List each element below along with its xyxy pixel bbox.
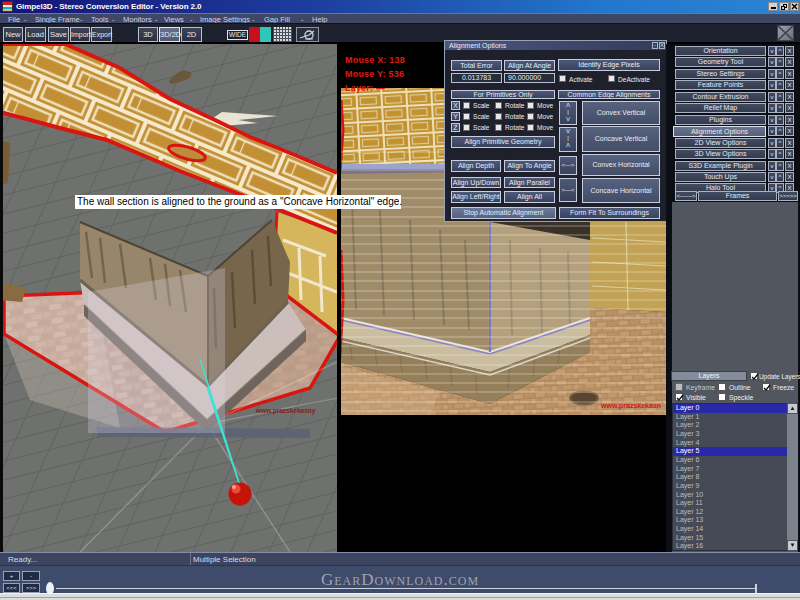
svg-text:www.prazskekasn: www.prazskekasn bbox=[600, 402, 661, 410]
svg-text:www.prazskekasny: www.prazskekasny bbox=[255, 407, 316, 415]
